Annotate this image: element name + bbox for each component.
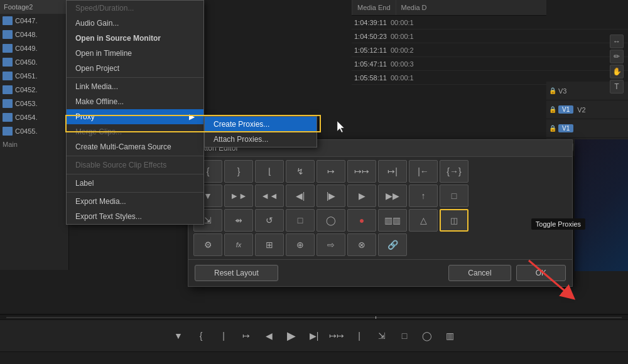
button-editor-panel: Button Editor { } ⌊ ↯ ↦ ↦↦ ↦| |← {→} ▼ ►…: [188, 139, 573, 287]
be-btn-clip[interactable]: □: [286, 209, 315, 232]
be-btn-step-back[interactable]: ◀|: [286, 185, 315, 207]
pb-cam[interactable]: ◯: [418, 327, 436, 345]
timeline-row: 1:04:50:2300:00:1: [352, 29, 628, 43]
submenu-create-proxies[interactable]: Create Proxies...: [205, 117, 317, 132]
svg-line-0: [529, 260, 570, 295]
pb-divider2: |: [350, 327, 368, 345]
proxy-icon: ◫: [450, 216, 458, 225]
menu-item-audiogain[interactable]: Audio Gain...: [67, 16, 203, 31]
be-btn-step-fwd[interactable]: |▶: [317, 185, 345, 207]
menu-item-multicam[interactable]: Create Multi-Camera Source: [67, 139, 203, 154]
footage2-label: Footage2: [0, 0, 68, 14]
col-media-end: Media End: [352, 0, 396, 15]
be-btn-empty1: [470, 160, 499, 183]
menu-item-open-source[interactable]: Open in Source Monitor: [67, 31, 203, 46]
be-btn-start[interactable]: |←: [409, 160, 438, 183]
list-item[interactable]: C0453.: [0, 97, 68, 110]
button-editor-row2: ▼ ►► ◄◄ ◀| |▶ ▶ ▶▶ ↑ □: [188, 183, 572, 207]
tool-btn-hand[interactable]: ✋: [610, 65, 624, 78]
be-btn-snap[interactable]: ⊞: [255, 233, 284, 256]
be-btn-prev-edit[interactable]: ↦: [317, 160, 345, 183]
track-btn-v2[interactable]: V1: [558, 105, 573, 114]
menu-item-proxy[interactable]: Proxy ▶: [67, 109, 203, 124]
pb-prev-edit[interactable]: ↦: [237, 327, 255, 345]
be-btn-next-edit[interactable]: ↦↦: [347, 160, 376, 183]
be-btn-multi-cam[interactable]: ▥▥: [378, 209, 407, 232]
clip-icon: [3, 58, 13, 67]
be-btn-empty6: [501, 209, 530, 232]
menu-item-label[interactable]: Label: [67, 176, 203, 191]
pb-multicam[interactable]: ▥: [441, 327, 458, 345]
be-btn-match-frame[interactable]: {→}: [440, 160, 468, 183]
menu-item-export-media[interactable]: Export Media...: [67, 194, 203, 209]
list-item[interactable]: C0452.: [0, 83, 68, 97]
be-btn-play[interactable]: ▶: [347, 185, 376, 207]
pb-step-back[interactable]: ◀: [260, 327, 278, 345]
separator: [67, 156, 203, 156]
context-menu: Speed/Duration... Audio Gain... Open in …: [66, 0, 204, 225]
left-panel: Footage2 C0447. C0448. C0449. C0450. C04…: [0, 0, 69, 270]
be-btn-toggle-proxies[interactable]: ◫: [440, 209, 468, 232]
track-btn-v1[interactable]: V1: [558, 124, 573, 132]
pb-play[interactable]: ▶: [283, 327, 300, 345]
pb-step-fwd[interactable]: ▶|: [305, 327, 323, 345]
button-editor-row4: ⚙ fx ⊞ ⊕ ⇨ ⊗ 🔗: [188, 232, 572, 259]
list-item[interactable]: C0447.: [0, 14, 68, 28]
be-btn-lift[interactable]: □: [440, 185, 468, 207]
button-editor-row3: ⇲ ⇴ ↺ □ ◯ ● ▥▥ △ ◫: [188, 207, 572, 232]
be-btn-play-in-out[interactable]: ▶▶: [378, 185, 407, 207]
menu-item-speed[interactable]: Speed/Duration...: [67, 1, 203, 16]
be-btn-brace-right[interactable]: }: [224, 160, 253, 183]
clip-icon: [3, 16, 13, 25]
menu-item-disable-effects[interactable]: Disable Source Clip Effects: [67, 158, 203, 173]
tool-btn-arrow[interactable]: ↔: [610, 35, 624, 48]
be-btn-link[interactable]: 🔗: [378, 233, 407, 256]
clip-icon: [3, 44, 13, 53]
tool-btn-text[interactable]: T: [610, 80, 624, 94]
lock-icon: 🔒: [549, 125, 556, 132]
list-item[interactable]: C0450.: [0, 55, 68, 69]
menu-item-make-offline[interactable]: Make Offline...: [67, 94, 203, 109]
be-btn-rew[interactable]: ◄◄: [255, 185, 284, 207]
be-btn-trim[interactable]: ⊗: [347, 233, 376, 256]
be-btn-settings[interactable]: ⚙: [193, 233, 222, 256]
playback-bar: ▼ { | ↦ ◀ ▶ ▶| ↦↦ | ⇲ □ ◯ ▥: [0, 314, 628, 364]
timeline-ruler: [0, 351, 628, 364]
be-btn-end[interactable]: ↦|: [378, 160, 407, 183]
be-btn-in2[interactable]: ↯: [286, 160, 315, 183]
list-item[interactable]: C0449.: [0, 41, 68, 55]
cancel-button[interactable]: Cancel: [448, 265, 511, 281]
be-btn-in[interactable]: ⌊: [255, 160, 284, 183]
pb-next-edit[interactable]: ↦↦: [328, 327, 345, 345]
menu-item-open-project[interactable]: Open Project: [67, 61, 203, 76]
be-btn-cam[interactable]: ◯: [317, 209, 345, 232]
list-item[interactable]: C0455.: [0, 124, 68, 138]
pb-mark-in[interactable]: ▼: [170, 327, 187, 345]
button-editor-row1: { } ⌊ ↯ ↦ ↦↦ ↦| |← {→}: [188, 157, 572, 183]
tool-btn-pen[interactable]: ✏: [610, 50, 624, 63]
lock-icon: 🔒: [549, 87, 556, 94]
menu-item-link-media[interactable]: Link Media...: [67, 79, 203, 94]
be-btn-overwrite[interactable]: ⇴: [224, 209, 253, 232]
be-btn-record[interactable]: ●: [347, 209, 376, 232]
list-item[interactable]: C0448.: [0, 28, 68, 41]
be-btn-ripple[interactable]: ⇨: [317, 233, 345, 256]
pb-lift[interactable]: □: [396, 327, 413, 345]
be-btn-ff[interactable]: ►►: [224, 185, 253, 207]
list-item[interactable]: C0454.: [0, 110, 68, 124]
pb-brace-left[interactable]: {: [192, 327, 210, 345]
be-btn-export[interactable]: ↑: [409, 185, 438, 207]
be-btn-linked[interactable]: ⊕: [286, 233, 315, 256]
pb-insert[interactable]: ⇲: [373, 327, 391, 345]
menu-item-export-text[interactable]: Export Text Styles...: [67, 209, 203, 224]
reset-layout-button[interactable]: Reset Layout: [195, 265, 278, 281]
list-item[interactable]: C0451.: [0, 69, 68, 83]
menu-item-merge-clips[interactable]: Merge Clips...: [67, 124, 203, 139]
menu-item-open-timeline[interactable]: Open in Timeline: [67, 46, 203, 61]
be-btn-program[interactable]: △: [409, 209, 438, 232]
proxy-submenu: Create Proxies... Attach Proxies...: [204, 116, 317, 147]
be-btn-fx[interactable]: fx: [224, 233, 253, 256]
submenu-attach-proxies[interactable]: Attach Proxies...: [205, 132, 317, 147]
clip-icon: [3, 30, 13, 39]
be-btn-replace[interactable]: ↺: [255, 209, 284, 232]
